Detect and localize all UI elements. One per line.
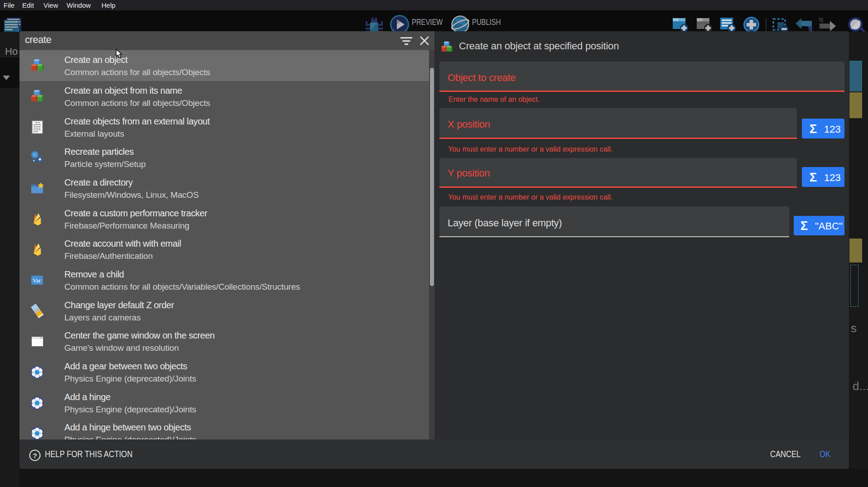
svg-text:?: ? — [33, 452, 37, 459]
svg-text:Var: Var — [33, 277, 41, 284]
